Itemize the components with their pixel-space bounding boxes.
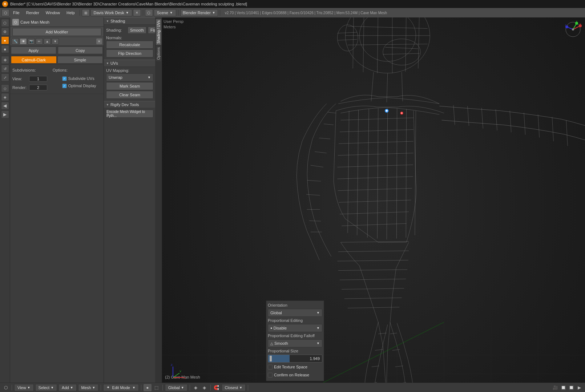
tab-shading-uvs[interactable]: Shading / UVs bbox=[156, 19, 161, 45]
flat-button[interactable]: Flat bbox=[148, 27, 156, 34]
menu-render[interactable]: Render bbox=[23, 10, 42, 16]
view-dropdown[interactable]: View ▼ bbox=[14, 384, 34, 391]
proportional-circle-icon: ● bbox=[270, 326, 272, 330]
tool-collapse[interactable]: ◀ bbox=[1, 102, 9, 110]
select-label: Select bbox=[39, 385, 50, 390]
confirm-release-checkbox[interactable] bbox=[268, 373, 273, 377]
scene-selector[interactable]: Scene ▼ bbox=[154, 9, 176, 16]
subdivisions-header-row: Subdivisions: Options: bbox=[12, 66, 101, 74]
uv-unwrap-dropdown[interactable]: Unwrap ▼ bbox=[106, 73, 153, 81]
tool-6[interactable]: ◈ bbox=[1, 93, 9, 101]
catmull-clark-btn[interactable]: Catmull-Clark bbox=[11, 56, 57, 64]
orientation-dropdown[interactable]: Global ▼ bbox=[268, 309, 322, 317]
smooth-button[interactable]: Smooth bbox=[128, 27, 146, 34]
proportional-size-label: Proportional Size bbox=[268, 348, 322, 354]
proportional-falloff-dropdown[interactable]: △ Smooth ▼ bbox=[268, 339, 322, 347]
menu-help[interactable]: Help bbox=[64, 10, 78, 16]
tab-options[interactable]: Options bbox=[156, 46, 161, 61]
proportional-btn-2[interactable]: ◈ bbox=[201, 384, 208, 391]
mesh-dropdown[interactable]: Mesh ▼ bbox=[78, 384, 99, 391]
simple-btn[interactable]: Simple bbox=[57, 56, 103, 64]
render-engine-selector[interactable]: Blender Render ▼ bbox=[180, 9, 218, 16]
smooth-falloff-arrow: ▼ bbox=[316, 342, 320, 345]
menu-file[interactable]: File bbox=[10, 10, 23, 16]
shading-title: Shading bbox=[110, 19, 125, 23]
copy-button[interactable]: Copy bbox=[58, 47, 103, 54]
subdivisions-section: Subdivisions: Options: View: 1 Render: 2 bbox=[10, 65, 104, 94]
shading-section-header[interactable]: ▼ Shading bbox=[104, 17, 156, 25]
bottom-icon-1[interactable]: ⬡ bbox=[2, 384, 9, 391]
mode-icon-2[interactable]: ⚙ bbox=[1, 28, 9, 36]
tool-collapse2[interactable]: ▶ bbox=[1, 110, 9, 118]
mod-icon-up[interactable]: ▲ bbox=[44, 38, 51, 45]
recalculate-btn[interactable]: Recalculate bbox=[106, 41, 153, 49]
tool-5[interactable]: ◇ bbox=[1, 84, 9, 92]
global-arrow: ▼ bbox=[181, 386, 184, 389]
mesh-label: Mesh bbox=[81, 385, 91, 390]
flip-direction-btn[interactable]: Flip Direction bbox=[106, 49, 153, 57]
main-layout: ⬡ ⚙ ● ■ ✥ ↺ ⤢ ◇ ◈ ◀ ▶ ⬡ Cave Man Mesh Ad… bbox=[0, 17, 585, 392]
encode-btn[interactable]: Encode Mesh Widget to Pyth... bbox=[106, 110, 153, 118]
render-icon-1[interactable]: 🎥 bbox=[552, 384, 559, 391]
add-arrow: ▼ bbox=[70, 386, 73, 389]
add-modifier-btn[interactable]: Add Modifier bbox=[12, 28, 101, 36]
edit-mode-dropdown[interactable]: ✦ Edit Mode ▼ bbox=[103, 384, 138, 391]
uvs-section-header[interactable]: ▼ UVs bbox=[104, 60, 156, 67]
uvs-arrow: ▼ bbox=[106, 62, 109, 65]
render-icon-2[interactable]: 🔲 bbox=[560, 384, 567, 391]
solid-shading-btn[interactable]: ● bbox=[144, 384, 152, 391]
mod-icon-eye[interactable]: 👁 bbox=[20, 38, 27, 45]
rigify-section-header[interactable]: ▼ Rigify Dev Tools bbox=[104, 101, 156, 108]
3d-viewport[interactable]: User Persp Meters X Y Z bbox=[162, 17, 585, 392]
mod-icon-render[interactable]: 📷 bbox=[28, 38, 35, 45]
mod-icon-close[interactable]: ✕ bbox=[96, 39, 102, 44]
render-value-field[interactable]: 2 bbox=[29, 85, 47, 90]
menu-window[interactable]: Window bbox=[43, 10, 63, 16]
mode-icon-3[interactable]: ● bbox=[1, 36, 9, 44]
blender-menu-icon[interactable]: ⬡ bbox=[1, 9, 9, 16]
global-local-dropdown[interactable]: Global ▼ bbox=[165, 384, 187, 391]
edit-texture-checkbox[interactable] bbox=[268, 365, 273, 369]
proportional-editing-dropdown[interactable]: ● Disable ▼ bbox=[268, 324, 322, 332]
scene-name: Scene bbox=[157, 11, 168, 15]
proportional-size-slider[interactable]: 1.949 bbox=[268, 355, 322, 363]
tool-scale[interactable]: ⤢ bbox=[1, 73, 9, 81]
edit-mode-label: Edit Mode bbox=[112, 385, 130, 390]
select-dropdown[interactable]: Select ▼ bbox=[35, 384, 57, 391]
mode-icon-1[interactable]: ⬡ bbox=[1, 19, 9, 27]
workspace-close[interactable]: ✕ bbox=[133, 9, 141, 16]
subdivide-uvs-label: Subdivide UVs bbox=[68, 76, 94, 81]
snap-btn[interactable]: 🧲 bbox=[213, 384, 220, 391]
orientation-label: Orientation bbox=[268, 302, 322, 308]
normals-section: Normals: Recalculate Flip Direction bbox=[106, 36, 153, 57]
apply-button[interactable]: Apply bbox=[11, 47, 56, 54]
titlebar: B Blender* [C:\Users\DAVIS\Blender 3D\Bl… bbox=[0, 0, 585, 8]
proportional-btn-1[interactable]: ◈ bbox=[192, 384, 199, 391]
orientation-value: Global bbox=[270, 311, 282, 315]
scene-type-icon[interactable]: ⬡ bbox=[145, 9, 153, 16]
mark-seam-btn[interactable]: Mark Seam bbox=[106, 82, 153, 90]
workspace-selector[interactable]: Davis Work Desk ▼ bbox=[90, 9, 132, 16]
subdivide-uvs-checkbox[interactable]: ✓ bbox=[62, 76, 67, 81]
editor-type-left[interactable]: ⊞ bbox=[82, 9, 90, 16]
shading-uvs-panel: ▼ Shading Shading: Smooth Flat Normals: … bbox=[104, 17, 162, 392]
view-value-field[interactable]: 1 bbox=[29, 76, 47, 82]
tool-rotate[interactable]: ↺ bbox=[1, 65, 9, 73]
render-icon-4[interactable]: ▶ bbox=[576, 384, 583, 391]
render-icon-3[interactable]: 🔲 bbox=[568, 384, 575, 391]
clear-seam-btn[interactable]: Clear Seam bbox=[106, 91, 153, 99]
mode-icon-4[interactable]: ■ bbox=[1, 45, 9, 53]
optimal-display-checkbox[interactable]: ✓ bbox=[62, 84, 67, 88]
add-dropdown[interactable]: Add ▼ bbox=[58, 384, 77, 391]
tool-move[interactable]: ✥ bbox=[1, 56, 9, 64]
material-shading-btn[interactable]: ⬚ bbox=[153, 384, 160, 391]
spacer bbox=[104, 120, 156, 236]
rigify-title: Rigify Dev Tools bbox=[110, 102, 139, 107]
mod-icon-wrench[interactable]: 🔧 bbox=[12, 38, 19, 45]
svg-point-86 bbox=[401, 112, 403, 114]
mod-icon-down[interactable]: ▼ bbox=[52, 38, 59, 45]
snap-type-dropdown[interactable]: Closest ▼ bbox=[222, 384, 246, 391]
mod-icon-edit[interactable]: ✏ bbox=[36, 38, 43, 45]
nav-gizmo[interactable]: X Y Z bbox=[564, 20, 582, 39]
options-label: Options: bbox=[53, 68, 68, 72]
